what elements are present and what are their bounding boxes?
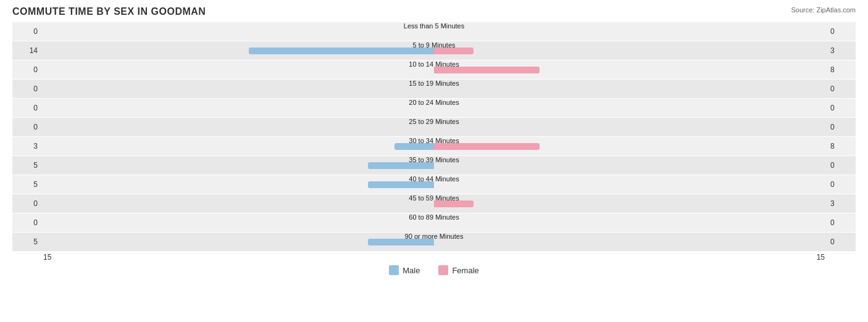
male-bar-half <box>40 137 434 155</box>
table-row: 5 40 to 44 Minutes 0 <box>12 175 856 194</box>
axis-right: 15 <box>817 253 825 262</box>
axis-left: 15 <box>43 253 51 262</box>
male-bar-half <box>40 233 434 251</box>
table-row: 0 45 to 59 Minutes 3 <box>12 194 856 213</box>
female-value: 0 <box>828 27 856 36</box>
legend-male: Male <box>389 265 420 275</box>
female-bar-half <box>434 99 828 117</box>
table-row: 5 35 to 39 Minutes 0 <box>12 156 856 175</box>
bars-center: 45 to 59 Minutes <box>40 194 828 213</box>
table-row: 0 25 to 29 Minutes 0 <box>12 118 856 136</box>
chart-inner: 0 Less than 5 Minutes 0 14 5 to 9 Minute… <box>12 22 856 252</box>
female-bar-half <box>434 60 828 79</box>
male-bar-half <box>40 175 434 194</box>
male-value: 0 <box>12 123 40 131</box>
female-value: 3 <box>828 46 856 55</box>
male-value: 5 <box>12 161 40 170</box>
male-value: 5 <box>12 237 40 246</box>
bars-center: 35 to 39 Minutes <box>40 156 828 175</box>
male-value: 0 <box>12 104 40 112</box>
bars-center: 20 to 24 Minutes <box>40 99 828 117</box>
male-value: 14 <box>12 46 40 55</box>
male-bar-half <box>40 22 434 41</box>
female-value: 8 <box>828 142 856 151</box>
female-label: Female <box>452 266 478 275</box>
female-bar-half <box>434 137 828 155</box>
legend-female: Female <box>438 265 478 275</box>
table-row: 5 90 or more Minutes 0 <box>12 233 856 251</box>
source-label: Source: ZipAtlas.com <box>791 6 856 14</box>
female-value: 0 <box>828 218 856 227</box>
male-value: 0 <box>12 85 40 93</box>
female-value: 0 <box>828 104 856 112</box>
male-bar <box>368 181 434 188</box>
bars-center: 60 to 89 Minutes <box>40 213 828 232</box>
bars-center: 25 to 29 Minutes <box>40 118 828 136</box>
female-bar <box>434 200 474 207</box>
female-bar-half <box>434 80 828 98</box>
table-row: 0 Less than 5 Minutes 0 <box>12 22 856 41</box>
female-value: 0 <box>828 123 856 131</box>
male-value: 0 <box>12 199 40 208</box>
male-bar-half <box>40 156 434 175</box>
female-bar-half <box>434 175 828 194</box>
table-row: 0 15 to 19 Minutes 0 <box>12 80 856 98</box>
female-bar-half <box>434 213 828 232</box>
male-value: 0 <box>12 218 40 227</box>
bars-center: 5 to 9 Minutes <box>40 41 828 60</box>
male-bar-half <box>40 99 434 117</box>
female-value: 3 <box>828 199 856 208</box>
bars-center: Less than 5 Minutes <box>40 22 828 41</box>
chart-title: COMMUTE TIME BY SEX IN GOODMAN <box>12 6 856 17</box>
female-bar <box>434 47 474 54</box>
table-row: 0 20 to 24 Minutes 0 <box>12 99 856 117</box>
male-color-box <box>389 265 399 275</box>
male-bar-half <box>40 118 434 136</box>
legend: Male Female <box>12 265 856 275</box>
male-label: Male <box>403 266 420 275</box>
female-value: 0 <box>828 237 856 246</box>
bars-center: 90 or more Minutes <box>40 233 828 251</box>
chart-container: COMMUTE TIME BY SEX IN GOODMAN Source: Z… <box>0 0 868 322</box>
male-value: 5 <box>12 180 40 189</box>
bars-center: 15 to 19 Minutes <box>40 80 828 98</box>
female-bar-half <box>434 233 828 251</box>
female-value: 0 <box>828 180 856 189</box>
bars-center: 10 to 14 Minutes <box>40 60 828 79</box>
female-bar-half <box>434 118 828 136</box>
male-bar-half <box>40 41 434 60</box>
male-bar-half <box>40 80 434 98</box>
female-bar <box>434 67 540 73</box>
male-value: 0 <box>12 27 40 36</box>
female-bar-half <box>434 156 828 175</box>
axis-labels: 15 15 <box>12 253 856 262</box>
female-value: 8 <box>828 65 856 74</box>
male-bar-half <box>40 194 434 213</box>
male-value: 0 <box>12 65 40 74</box>
male-bar-half <box>40 60 434 79</box>
male-bar <box>368 162 434 169</box>
female-bar-half <box>434 41 828 60</box>
male-bar <box>394 143 434 150</box>
male-bar <box>368 239 434 246</box>
male-value: 3 <box>12 142 40 151</box>
bars-center: 40 to 44 Minutes <box>40 175 828 194</box>
table-row: 3 30 to 34 Minutes 8 <box>12 137 856 155</box>
table-row: 14 5 to 9 Minutes 3 <box>12 41 856 60</box>
female-bar <box>434 143 540 150</box>
male-bar <box>249 47 434 54</box>
female-bar-half <box>434 22 828 41</box>
male-bar-half <box>40 213 434 232</box>
female-bar-half <box>434 194 828 213</box>
female-color-box <box>438 265 448 275</box>
table-row: 0 10 to 14 Minutes 8 <box>12 60 856 79</box>
female-value: 0 <box>828 161 856 170</box>
table-row: 0 60 to 89 Minutes 0 <box>12 213 856 232</box>
female-value: 0 <box>828 85 856 93</box>
bars-center: 30 to 34 Minutes <box>40 137 828 155</box>
